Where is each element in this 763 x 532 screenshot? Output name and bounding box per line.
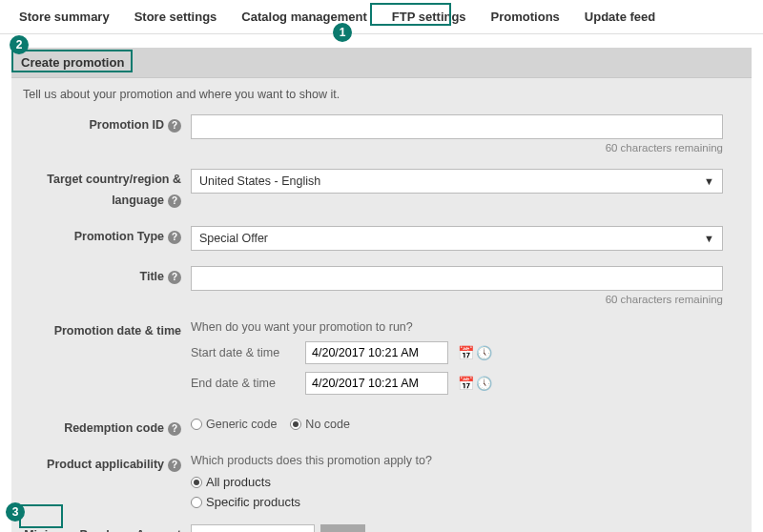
tab-store-summary[interactable]: Store summary xyxy=(17,2,112,31)
promo-type-label: Promotion Type? xyxy=(23,226,191,247)
help-icon[interactable]: ? xyxy=(168,422,181,436)
end-date-input[interactable] xyxy=(305,372,448,395)
promo-date-label: Promotion date & time xyxy=(23,320,191,341)
tab-update-feed[interactable]: Update feed xyxy=(583,2,657,31)
radio-icon xyxy=(191,497,202,508)
help-icon[interactable]: ? xyxy=(168,119,181,133)
applicability-desc: Which products does this promotion apply… xyxy=(191,454,723,467)
promo-type-select[interactable]: Special Offer ▼ xyxy=(191,226,723,251)
redemption-label: Redemption code? xyxy=(23,418,191,439)
radio-icon xyxy=(290,419,301,430)
start-date-label: Start date & time xyxy=(191,346,296,359)
end-date-label: End date & time xyxy=(191,377,296,390)
tab-store-settings[interactable]: Store settings xyxy=(133,2,219,31)
tab-promotions[interactable]: Promotions xyxy=(489,2,562,31)
target-select-value: United States - English xyxy=(199,174,320,188)
min-purchase-input[interactable] xyxy=(191,524,315,532)
promotion-id-label: Promotion ID? xyxy=(23,114,191,135)
promo-type-value: Special Offer xyxy=(199,232,268,245)
applicability-label: Product applicability? xyxy=(23,454,191,475)
radio-icon xyxy=(191,419,202,430)
calendar-icon[interactable]: 📅 xyxy=(458,376,473,391)
title-input[interactable] xyxy=(191,266,723,291)
promotion-id-hint: 60 characters remaining xyxy=(191,142,723,153)
radio-all-products[interactable]: All products xyxy=(191,475,723,489)
promotion-id-input[interactable] xyxy=(191,114,723,139)
callout-3: 3 xyxy=(6,502,25,522)
help-icon[interactable]: ? xyxy=(168,194,181,208)
min-purchase-label: Minimum Purchase Amount? xyxy=(23,524,191,532)
clock-icon[interactable]: 🕔 xyxy=(476,376,491,391)
radio-no-code[interactable]: No code xyxy=(290,418,350,431)
help-icon[interactable]: ? xyxy=(168,459,181,472)
promo-date-desc: When do you want your promotion to run? xyxy=(191,320,723,334)
calendar-icon[interactable]: 📅 xyxy=(458,345,473,360)
callout-2: 2 xyxy=(10,35,29,54)
tab-ftp-settings[interactable]: FTP settings xyxy=(390,2,468,31)
title-label: Title? xyxy=(23,266,191,287)
callout-1: 1 xyxy=(333,23,352,42)
panel-tagline: Tell us about your promotion and where y… xyxy=(11,78,752,107)
create-promotion-panel: Create promotion Tell us about your prom… xyxy=(11,48,752,532)
target-label: Target country/region & language? xyxy=(23,169,191,211)
currency-button[interactable]: USD xyxy=(320,524,365,532)
radio-specific-products[interactable]: Specific products xyxy=(191,495,723,509)
panel-title: Create promotion xyxy=(11,48,752,78)
clock-icon[interactable]: 🕔 xyxy=(476,345,491,360)
title-hint: 60 characters remaining xyxy=(191,294,723,305)
help-icon[interactable]: ? xyxy=(168,231,181,244)
radio-generic-code[interactable]: Generic code xyxy=(191,418,277,431)
chevron-down-icon: ▼ xyxy=(704,233,714,244)
tabs-bar: Store summary Store settings Catalog man… xyxy=(0,0,763,34)
radio-icon xyxy=(191,477,202,488)
target-select[interactable]: United States - English ▼ xyxy=(191,169,723,194)
chevron-down-icon: ▼ xyxy=(704,175,714,187)
start-date-input[interactable] xyxy=(305,341,448,364)
help-icon[interactable]: ? xyxy=(168,271,181,284)
